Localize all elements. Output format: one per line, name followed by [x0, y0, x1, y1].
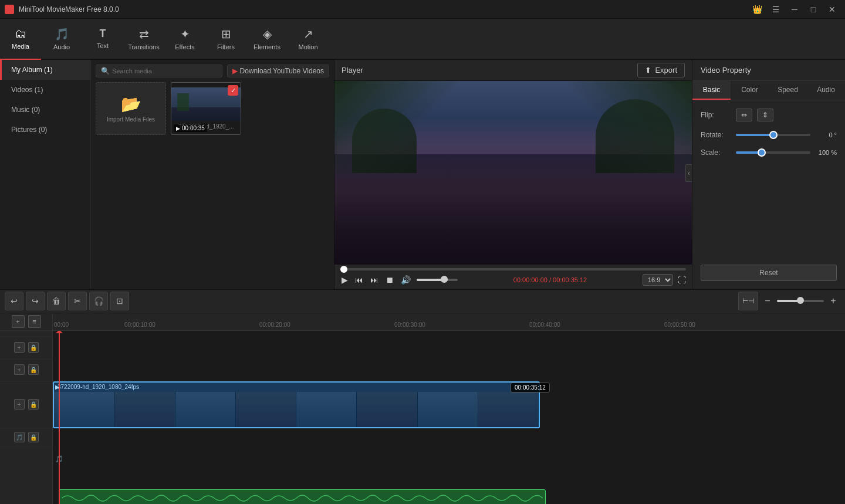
zoom-slider[interactable] — [777, 300, 824, 302]
import-media-thumb[interactable]: 📂 Import Media Files — [96, 82, 166, 135]
rotate-value: 0 ° — [810, 131, 837, 138]
split-view-button[interactable]: ⊢⊣ — [738, 292, 758, 310]
sidebar-item-my-album[interactable]: My Album (1) — [0, 60, 90, 80]
transitions-icon: ⇄ — [139, 27, 149, 41]
undo-button[interactable]: ↩ — [5, 292, 23, 310]
search-icon: 🔍 — [101, 67, 110, 75]
track-options-button[interactable]: ≡ — [28, 315, 41, 328]
flip-horizontal-button[interactable]: ⇔ — [736, 109, 752, 121]
crown-icon[interactable]: 👑 — [749, 3, 765, 16]
track-video-lock-icon[interactable]: 🔒 — [28, 399, 39, 410]
stop-button[interactable]: ⏹ — [384, 274, 395, 286]
toolbar-text[interactable]: T Text — [82, 19, 123, 60]
toolbar-motion[interactable]: ↗ Motion — [288, 19, 329, 60]
track-add-icon-2[interactable]: + — [14, 364, 25, 375]
playback-controls: ▶ ⏮ ⏭ ⏹ 🔊 — [340, 274, 458, 286]
fullscreen-button[interactable]: ⛶ — [678, 275, 686, 285]
timeline-header: + ≡ 00:00 00:00:10:00 00:00:20:00 00:00:… — [0, 313, 845, 331]
volume-slider[interactable] — [417, 279, 458, 281]
progress-bar[interactable] — [340, 268, 686, 270]
motion-icon: ↗ — [303, 27, 313, 41]
tab-audio[interactable]: Audio — [807, 81, 845, 100]
settings-icon[interactable]: ☰ — [768, 3, 784, 16]
track-add-icon[interactable]: + — [14, 342, 25, 353]
track-ctrl-audio: 🎵 🔒 — [0, 428, 52, 447]
scale-slider[interactable] — [736, 151, 810, 154]
property-content: Flip: ⇔ ⇕ Rotate: 0 ° — [692, 100, 845, 289]
text-icon: T — [100, 28, 106, 40]
tab-speed[interactable]: Speed — [769, 81, 807, 100]
scale-label: Scale: — [701, 148, 736, 157]
track-lock-icon[interactable]: 🔒 — [28, 342, 39, 353]
video-track[interactable]: 3722009-hd_1920_1080_24fps ▶ — [53, 381, 540, 428]
close-button[interactable]: ✕ — [824, 3, 840, 16]
sidebar-item-music[interactable]: Music (0) — [0, 100, 90, 120]
track-audio-add-icon[interactable]: 🎵 — [14, 432, 25, 442]
youtube-icon: ▶ — [232, 67, 238, 75]
player-header: Player ⬆ Export — [334, 60, 692, 81]
titlebar: MiniTool MovieMaker Free 8.0.0 👑 ☰ ─ □ ✕ — [0, 0, 845, 19]
titlebar-title: MiniTool MovieMaker Free 8.0.0 — [19, 5, 119, 13]
toolbar-elements[interactable]: ◈ Elements — [246, 19, 288, 60]
scale-row: Scale: 100 % — [701, 148, 837, 157]
download-youtube-button[interactable]: ▶ Download YouTube Videos — [227, 65, 329, 77]
player-title: Player — [342, 66, 363, 75]
toolbar-filters[interactable]: ⊞ Filters — [205, 19, 246, 60]
search-input[interactable] — [112, 67, 217, 75]
media-files-area: 🔍 ▶ Download YouTube Videos 📂 Import Med… — [91, 60, 334, 289]
sidebar-item-pictures[interactable]: Pictures (0) — [0, 120, 90, 140]
export-button[interactable]: ⬆ Export — [637, 63, 685, 77]
reset-button[interactable]: Reset — [701, 265, 837, 281]
ruler-mark-1: 00:00:10:00 — [123, 322, 258, 328]
crop-button[interactable]: ⊡ — [110, 292, 129, 310]
video-frame — [334, 81, 692, 265]
cut-button[interactable]: ✂ — [68, 292, 87, 310]
ruler-mark-3: 00:00:30:00 — [393, 322, 528, 328]
tab-basic[interactable]: Basic — [692, 81, 731, 100]
skip-back-button[interactable]: ⏮ — [354, 274, 364, 286]
audio-track[interactable] — [59, 489, 546, 504]
aspect-ratio-select[interactable]: 16:9 4:3 1:1 9:16 — [643, 274, 673, 286]
flip-control: ⇔ ⇕ — [736, 109, 837, 121]
track-lock-icon-2[interactable]: 🔒 — [28, 364, 39, 375]
property-tabs: Basic Color Speed Audio — [692, 81, 845, 100]
media-icon: 🗂 — [15, 27, 26, 40]
search-box[interactable]: 🔍 — [96, 65, 222, 77]
toolbar-transitions[interactable]: ⇄ Transitions — [123, 19, 164, 60]
track-audio-lock-icon[interactable]: 🔒 — [28, 432, 39, 442]
track-ctrl-video: + 🔒 — [0, 381, 52, 428]
ruler-mark-5: 00:00:50:00 — [663, 322, 798, 328]
video-track-label: 3722009-hd_1920_1080_24fps — [58, 384, 139, 390]
track-video-add-icon[interactable]: + — [14, 399, 25, 410]
zoom-out-button[interactable]: − — [760, 294, 775, 308]
toolbar-effects[interactable]: ✦ Effects — [164, 19, 205, 60]
flip-vertical-button[interactable]: ⇕ — [757, 109, 773, 121]
skip-forward-button[interactable]: ⏭ — [369, 274, 380, 286]
redo-button[interactable]: ↪ — [26, 292, 45, 310]
sidebar-item-videos[interactable]: Videos (1) — [0, 80, 90, 100]
add-track-button[interactable]: + — [12, 315, 25, 328]
video-frames — [54, 392, 539, 427]
volume-icon[interactable]: 🔊 — [400, 274, 412, 286]
collapse-panel-button[interactable]: ‹ — [685, 164, 692, 182]
toolbar-media[interactable]: 🗂 Media — [0, 19, 41, 60]
app-icon — [5, 5, 14, 14]
rotate-slider[interactable] — [736, 134, 810, 136]
bottom-toolbar: ↩ ↪ 🗑 ✂ 🎧 ⊡ ⊢⊣ − + — [0, 289, 845, 312]
minimize-button[interactable]: ─ — [786, 3, 803, 16]
tab-color[interactable]: Color — [731, 81, 769, 100]
empty-track-row-2 — [53, 359, 845, 381]
toolbar-audio[interactable]: 🎵 Audio — [41, 19, 82, 60]
headphones-button[interactable]: 🎧 — [89, 292, 108, 310]
play-button[interactable]: ▶ — [340, 274, 349, 286]
scale-value: 100 % — [810, 149, 837, 156]
media-file-thumb[interactable]: ▶ 00:00:35 ✓ 3722009-hd_1920_... — [171, 82, 241, 135]
effects-icon: ✦ — [180, 27, 190, 41]
music-track-empty: 🎵 — [53, 448, 845, 471]
delete-button[interactable]: 🗑 — [47, 292, 66, 310]
maximize-button[interactable]: □ — [805, 3, 822, 16]
track-ctrl-2: + 🔒 — [0, 359, 52, 381]
zoom-in-button[interactable]: + — [826, 294, 840, 308]
track-controls: + 🔒 + 🔒 + 🔒 🎵 🔒 — [0, 331, 53, 504]
video-area: ‹ — [334, 81, 692, 265]
